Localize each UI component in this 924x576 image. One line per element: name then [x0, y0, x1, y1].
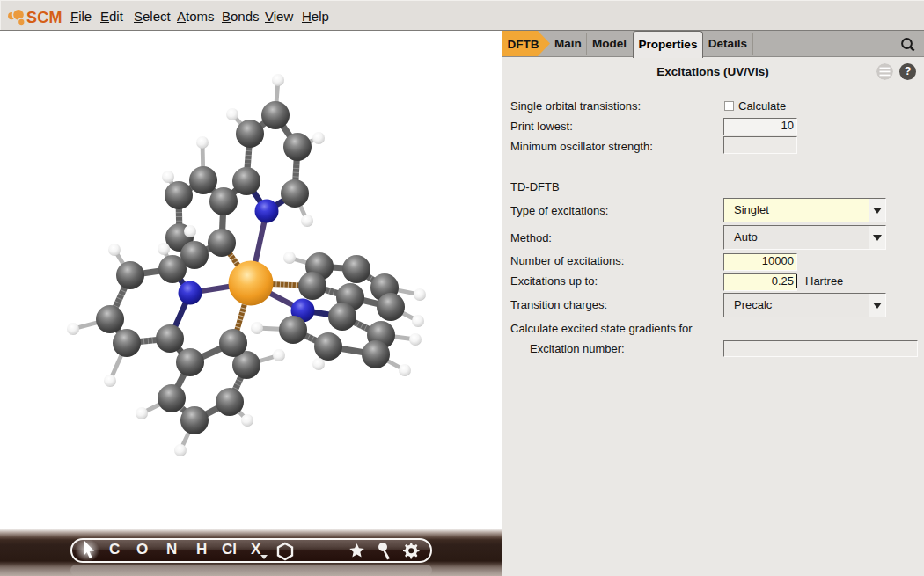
- svg-text:DFTB: DFTB: [508, 38, 539, 51]
